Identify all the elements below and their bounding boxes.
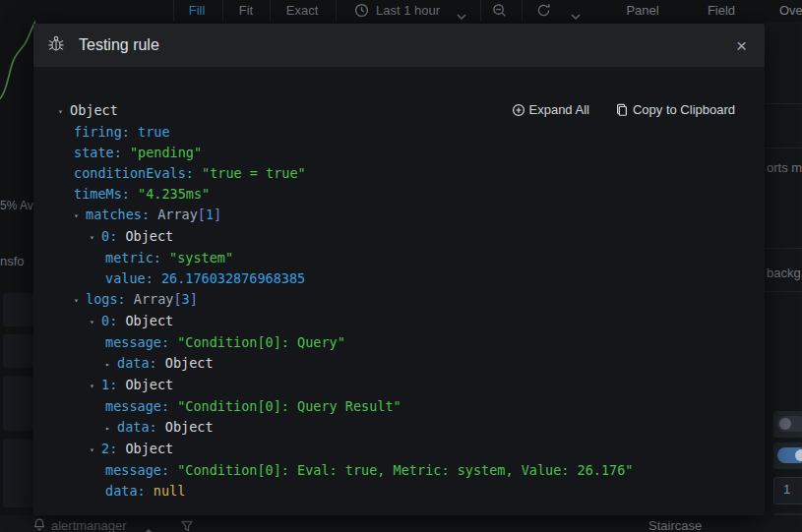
- json-value: "Condition[0]: Query": [177, 334, 345, 350]
- refresh-icon[interactable]: [536, 3, 551, 22]
- line-width-value: 1: [783, 482, 790, 497]
- tab-overrides[interactable]: Overrides: [779, 0, 802, 22]
- json-tree-row[interactable]: ▾0: Object: [33, 311, 765, 332]
- json-value: "Condition[0]: Query Result": [177, 398, 401, 414]
- json-tree-row: message: "Condition[0]: Query": [33, 332, 765, 353]
- json-tree-row[interactable]: ▾logs: Array[3]: [33, 289, 765, 311]
- json-value: Object: [125, 313, 173, 328]
- size-mode-fit-button[interactable]: Fit: [230, 0, 262, 22]
- toolbar-divider: [173, 0, 174, 22]
- size-mode-fill-button[interactable]: Fill: [181, 0, 213, 22]
- collapse-triangle-icon[interactable]: ▾: [58, 101, 70, 122]
- filter-funnel-icon[interactable]: [181, 518, 193, 532]
- json-value: Object: [70, 102, 118, 118]
- json-tree-row[interactable]: ▾2: Object: [33, 439, 765, 460]
- json-value: Object: [125, 441, 173, 456]
- tab-panel[interactable]: Panel: [621, 0, 664, 22]
- json-key: matches:: [86, 207, 150, 222]
- transform-tab-fragment: nsfo: [0, 254, 25, 268]
- collapse-triangle-icon[interactable]: ▾: [90, 227, 101, 248]
- json-tree-row: timeMs: "4.235ms": [33, 184, 765, 205]
- copy-to-clipboard-label: Copy to Clipboard: [633, 102, 735, 117]
- json-key: logs:: [86, 291, 126, 307]
- collapse-triangle-icon[interactable]: ▾: [90, 440, 101, 460]
- graph-legend-fragment: 5% Av: [0, 199, 33, 212]
- toolbar-divider: [270, 0, 271, 22]
- tab-field[interactable]: Field: [700, 0, 743, 22]
- options-section-row: [3, 376, 33, 431]
- json-key: message:: [105, 462, 169, 478]
- json-tree-row[interactable]: ▸data: Object: [33, 417, 765, 439]
- modal-title: Testing rule: [79, 36, 732, 54]
- sidebar-divider: [765, 248, 802, 249]
- chevron-down-icon[interactable]: [571, 7, 581, 25]
- json-value: Object: [165, 419, 214, 435]
- json-key: firing:: [74, 124, 130, 140]
- json-tree-row: conditionEvals: "true = true": [33, 163, 765, 184]
- json-value: "Condition[0]: Eval: true, Metric: syste…: [177, 462, 633, 478]
- json-value: 26.176032876968385: [161, 270, 305, 286]
- expand-all-button[interactable]: Expand All: [512, 102, 589, 117]
- chevron-down-icon[interactable]: [457, 7, 466, 25]
- json-bracket: ]: [190, 291, 198, 307]
- json-tree-row[interactable]: ▾1: Object: [33, 375, 765, 396]
- modal-header: Testing rule ×: [33, 24, 765, 67]
- json-key: timeMs:: [74, 186, 130, 202]
- json-key: message:: [105, 334, 169, 350]
- toolbar-divider: [522, 0, 523, 22]
- plus-circle-icon: [512, 103, 525, 117]
- json-tree-row: data: null: [33, 481, 765, 502]
- json-tree-row: message: "Condition[0]: Query Result": [33, 396, 765, 417]
- options-section-row: [3, 334, 33, 368]
- json-array-length: 3: [182, 291, 190, 307]
- json-tree-row: firing: true: [33, 122, 765, 143]
- copy-to-clipboard-button[interactable]: Copy to Clipboard: [615, 102, 735, 117]
- time-range-picker[interactable]: Last 1 hour: [376, 0, 455, 22]
- collapse-triangle-icon[interactable]: ▾: [90, 312, 101, 332]
- json-key: data:: [117, 355, 157, 371]
- chevron-up-icon[interactable]: [144, 521, 154, 532]
- expand-triangle-icon[interactable]: ▸: [105, 418, 117, 439]
- json-key: message:: [105, 398, 169, 414]
- json-key: 0:: [101, 228, 117, 244]
- alert-tab-bar: alertmanager Staircase: [0, 515, 802, 532]
- collapse-triangle-icon[interactable]: ▾: [74, 290, 86, 311]
- alertmanager-label[interactable]: alertmanager: [51, 518, 127, 532]
- json-tree-row: state: "pending": [33, 143, 765, 163]
- collapse-triangle-icon[interactable]: ▾: [90, 376, 101, 396]
- json-value: Array: [157, 207, 198, 222]
- json-key: data:: [105, 483, 146, 499]
- json-tree-row[interactable]: ▾0: Object: [33, 226, 765, 248]
- toggle-switch-off[interactable]: [773, 411, 802, 438]
- json-value: true: [138, 124, 170, 140]
- json-value: "true = true": [202, 165, 306, 181]
- sidebar-text-fragment: backg: [767, 266, 801, 280]
- json-value: "system": [169, 250, 233, 266]
- sidebar-text-fragment: orts ma: [767, 160, 802, 175]
- json-key: conditionEvals:: [74, 165, 194, 181]
- json-actions: Expand All Copy to Clipboard: [512, 102, 736, 117]
- testing-rule-modal: Testing rule × Expand All Copy: [33, 24, 765, 515]
- json-bracket: ]: [214, 207, 221, 222]
- json-value: Array: [134, 291, 174, 307]
- json-key: data:: [117, 419, 157, 435]
- screen: Fill Fit Exact Last 1 hour Panel Field: [0, 0, 802, 532]
- json-value: "4.235ms": [138, 186, 210, 202]
- zoom-out-icon[interactable]: [492, 3, 507, 22]
- expand-triangle-icon[interactable]: ▸: [105, 354, 117, 375]
- modal-body: Expand All Copy to Clipboard ▾Objectfiri…: [33, 67, 765, 515]
- json-tree-row[interactable]: ▸data: Object: [33, 353, 765, 375]
- json-tree-row[interactable]: ▾matches: Array[1]: [33, 205, 765, 226]
- json-key: 0:: [101, 313, 117, 328]
- json-value: "pending": [130, 145, 202, 160]
- sidebar-divider: [765, 148, 802, 148]
- json-tree-row: message: "Condition[0]: Eval: true, Metr…: [33, 460, 765, 481]
- collapse-triangle-icon[interactable]: ▾: [74, 206, 86, 226]
- size-mode-exact-button[interactable]: Exact: [279, 0, 325, 22]
- json-key: value:: [105, 270, 154, 286]
- line-width-input[interactable]: 1: [773, 477, 802, 504]
- options-section-row: [3, 293, 33, 326]
- close-icon[interactable]: ×: [732, 34, 751, 57]
- toggle-switch-on[interactable]: [773, 443, 802, 469]
- json-array-length: 1: [206, 207, 214, 222]
